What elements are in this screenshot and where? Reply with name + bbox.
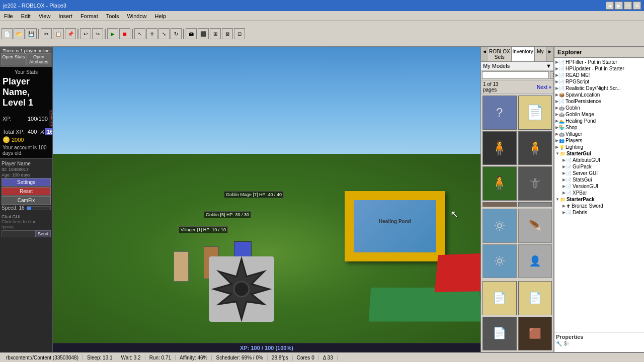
settings-btn[interactable]: Settings bbox=[2, 178, 51, 187]
tree-toolpersistence[interactable]: ▶ 📄 ToolPersistence bbox=[555, 98, 643, 105]
tree-guipack[interactable]: ▶ 📄 GuiPack bbox=[555, 163, 643, 170]
player-name-label: Player Name bbox=[2, 161, 31, 166]
minimize-btn[interactable]: ─ bbox=[624, 2, 632, 10]
extra-model-4[interactable]: 🟫 bbox=[518, 317, 552, 351]
tree-statsgui[interactable]: ▶ 📄 StatsGui bbox=[555, 176, 643, 183]
model-item-2[interactable]: 📄 bbox=[518, 96, 552, 130]
toolbar-move[interactable]: ✛ bbox=[146, 28, 157, 39]
next-page-btn[interactable]: Next » bbox=[537, 84, 551, 90]
toolbar-special1[interactable]: ⊞ bbox=[210, 28, 221, 39]
model-item-1[interactable]: ? bbox=[482, 96, 517, 130]
send-btn[interactable]: Send bbox=[35, 230, 51, 237]
model-item-7[interactable]: 👥 bbox=[482, 202, 517, 207]
toolbar-scale[interactable]: ⤡ bbox=[158, 28, 170, 39]
toolbar-copy[interactable]: 📋 bbox=[53, 28, 64, 39]
toolbar-rotate[interactable]: ↻ bbox=[171, 28, 182, 39]
doc-icon: 📄 bbox=[566, 210, 572, 215]
tab-my[interactable]: My bbox=[535, 47, 546, 61]
tree-attributegui[interactable]: ▶ 📄 AttributeGUI bbox=[555, 157, 643, 163]
pages-info: 1 of 13 pages Next » bbox=[481, 80, 553, 94]
menu-window[interactable]: Window bbox=[123, 13, 150, 19]
tree-readme[interactable]: ▶ 📄 READ ME! bbox=[555, 72, 643, 78]
xp-current: 100 bbox=[28, 116, 37, 122]
doc-icon: 📄 bbox=[566, 177, 572, 183]
nav-left-btn[interactable]: ◄ bbox=[606, 2, 614, 10]
camfix-btn[interactable]: CamFix bbox=[2, 196, 51, 205]
robot-icon: 🤖 bbox=[559, 112, 565, 117]
toolbar-new[interactable]: 📄 bbox=[2, 28, 13, 39]
tree-debris[interactable]: ▶ 📄 Debris bbox=[555, 209, 643, 216]
action-icon-person[interactable]: 👤 bbox=[518, 244, 552, 279]
tree-shop[interactable]: ▶ 🏪 Shop bbox=[555, 124, 643, 131]
menu-edit[interactable]: Edit bbox=[17, 13, 35, 19]
svg-point-2 bbox=[234, 282, 249, 297]
game-viewport[interactable]: Goblin Mage [7] HP: 40 / 40 Goblin [5] H… bbox=[53, 47, 480, 352]
menu-help[interactable]: Help bbox=[151, 13, 171, 19]
extra-model-2[interactable]: 📄 bbox=[518, 281, 552, 315]
tree-versiongui[interactable]: ▶ 📄 VersionGUI bbox=[555, 183, 643, 190]
menu-tools[interactable]: Tools bbox=[102, 13, 123, 19]
model-item-4[interactable]: 🧍 bbox=[518, 131, 552, 165]
toolbar-undo[interactable]: ↩ bbox=[80, 28, 91, 39]
toolbar-paste[interactable]: 📌 bbox=[65, 28, 76, 39]
model-item-6[interactable]: 🗡 bbox=[518, 166, 552, 201]
tree-spawn[interactable]: ▶ 📦 SpawnLocation bbox=[555, 92, 643, 98]
models-dropdown-icon[interactable]: ▼ bbox=[546, 63, 551, 69]
action-icon-cog[interactable] bbox=[482, 209, 517, 243]
tree-villager[interactable]: ▶ 🤖 Villager bbox=[555, 131, 643, 137]
tree-xpbar[interactable]: ▶ 📄 XPBar bbox=[555, 190, 643, 196]
toolbar-part[interactable]: ⬛ bbox=[198, 28, 209, 39]
tree-hpupdater[interactable]: ▶ 📄 HPUpdater - Put in Starter bbox=[555, 65, 643, 72]
model-item-8[interactable] bbox=[518, 202, 552, 207]
toolbar-special2[interactable]: ⊠ bbox=[222, 28, 233, 39]
tab-roblox-sets[interactable]: ROBLOX Sets bbox=[488, 47, 512, 61]
menu-file[interactable]: File bbox=[0, 13, 17, 19]
menu-insert[interactable]: Insert bbox=[54, 13, 76, 19]
toolbar-redo[interactable]: ↪ bbox=[92, 28, 103, 39]
open-stats-btn[interactable]: Open Stats bbox=[1, 53, 26, 65]
tree-starterpack[interactable]: ▼ 📁 StarterPack bbox=[555, 196, 643, 203]
goblin-mage-text: Goblin Mage [7] HP: 40 / 40 bbox=[226, 192, 282, 197]
tree-goblinmage[interactable]: ▶ 🤖 Goblin Mage bbox=[555, 111, 643, 118]
model-item-5[interactable]: 🧍 bbox=[482, 166, 517, 201]
menu-format[interactable]: Format bbox=[76, 13, 102, 19]
toolbar-special3[interactable]: ⊡ bbox=[234, 28, 245, 39]
chat-input[interactable] bbox=[2, 230, 35, 237]
toolbar-stop[interactable]: ⏹ bbox=[119, 28, 130, 39]
tree-servergui[interactable]: ▶ 📄 Server GUI bbox=[555, 170, 643, 176]
tree-rpgscript[interactable]: ▶ 📄 RPGScript bbox=[555, 78, 643, 85]
nav-right-btn[interactable]: ► bbox=[615, 2, 623, 10]
model-item-3[interactable]: 🧍 bbox=[482, 131, 517, 165]
tree-lighting[interactable]: ▶ 💡 Lighting bbox=[555, 144, 643, 150]
toolbar-save[interactable]: 💾 bbox=[26, 28, 37, 39]
tree-players[interactable]: ▶ 👥 Players bbox=[555, 137, 643, 144]
gold-value: 2000 bbox=[12, 137, 24, 143]
nav-prev-arrow[interactable]: ◄ bbox=[481, 47, 488, 61]
expand-icon: ▶ bbox=[555, 93, 558, 97]
lighting-icon: 💡 bbox=[559, 145, 565, 150]
extra-model-3[interactable]: 📄 bbox=[482, 317, 517, 351]
robot-icon: 🤖 bbox=[559, 106, 565, 111]
tree-startergui[interactable]: ▼ 📁 StarterGui bbox=[555, 150, 643, 157]
close-btn[interactable]: ✕ bbox=[633, 2, 641, 10]
toolbar-terrain[interactable]: 🏔 bbox=[186, 28, 197, 39]
tree-goblin[interactable]: ▶ 🤖 Goblin bbox=[555, 105, 643, 111]
tree-hpfiller[interactable]: ▶ 📄 HPFiller - Put in Starter bbox=[555, 59, 643, 65]
tree-realistic[interactable]: ▶ 📄 Realistic Day/Night Scr... bbox=[555, 85, 643, 92]
tree-healingpond[interactable]: ▶ 🏊 Healing Pond bbox=[555, 118, 643, 124]
menu-view[interactable]: View bbox=[35, 13, 55, 19]
toolbar-select[interactable]: ↖ bbox=[134, 28, 145, 39]
toolbar-open[interactable]: 📂 bbox=[14, 28, 25, 39]
extra-model-1[interactable]: 📄 bbox=[482, 281, 517, 315]
open-attributes-btn[interactable]: Open Attributes bbox=[26, 53, 51, 65]
toolbar-cut[interactable]: ✂ bbox=[41, 28, 52, 39]
expand-icon: ▶ bbox=[555, 66, 558, 71]
action-icon-wing[interactable]: 🪶 bbox=[518, 209, 552, 243]
search-input[interactable] bbox=[482, 71, 549, 79]
nav-next-arrow[interactable]: ► bbox=[546, 47, 553, 61]
tab-inventory[interactable]: Inventory bbox=[512, 47, 535, 61]
action-icon-cog2[interactable] bbox=[482, 244, 517, 279]
toolbar-play[interactable]: ▶ bbox=[107, 28, 118, 39]
reset-btn[interactable]: Reset bbox=[2, 187, 51, 196]
tree-bronzesword[interactable]: ▶ 🗡 Bronze Sword bbox=[555, 203, 643, 209]
